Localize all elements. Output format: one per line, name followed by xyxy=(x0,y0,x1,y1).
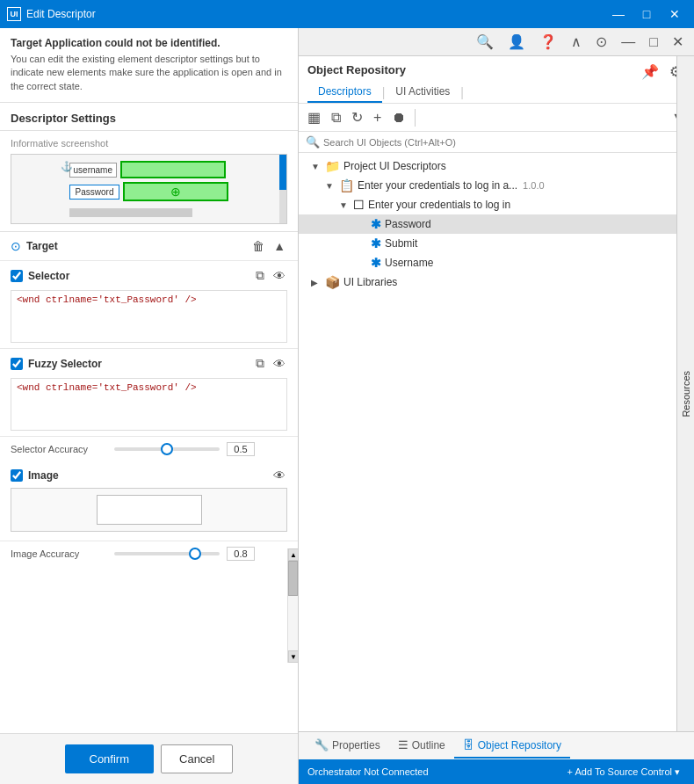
image-eye-button[interactable]: 👁 xyxy=(271,467,287,484)
selector-code[interactable]: <wnd ctrlname='txt_Password' /> xyxy=(11,290,287,343)
target-up-button[interactable]: ▲ xyxy=(271,237,287,255)
target-label: Target xyxy=(26,240,58,252)
anchor-icon: ⚓ xyxy=(61,161,73,172)
target-section: ⊙ Target 🗑 ▲ xyxy=(0,232,298,261)
maximize-app-button[interactable]: □ xyxy=(646,33,661,52)
selector-checkbox[interactable] xyxy=(11,270,23,282)
confirm-button[interactable]: Confirm xyxy=(65,744,155,773)
target-delete-button[interactable]: 🗑 xyxy=(250,237,266,255)
tree-item-credentials-full[interactable]: ▼ ☐ Enter your credentials to log in xyxy=(299,195,694,214)
image-accuracy-label: Image Accuracy xyxy=(11,548,107,559)
selector-copy-button[interactable]: ⧉ xyxy=(254,266,266,285)
selector-label: Selector xyxy=(28,270,69,282)
up-toolbar-button[interactable]: ∧ xyxy=(567,32,585,52)
password-tree-label: Password xyxy=(385,218,431,230)
target-title-row: ⊙ Target xyxy=(11,239,58,253)
fuzzy-eye-button[interactable]: 👁 xyxy=(271,355,287,373)
tree-item-password[interactable]: ▶ ✱ Password xyxy=(299,214,694,234)
bottom-buttons: Confirm Cancel xyxy=(0,733,298,784)
tree-area[interactable]: ▼ 📁 Project UI Descriptors ⬇ ▼ 📋 Enter y… xyxy=(299,153,694,731)
fuzzy-code-text: <wnd ctrlname='txt_Password' /> xyxy=(17,382,197,393)
obj-repo-tab-icon: 🗄 xyxy=(463,738,474,751)
search-toolbar-button[interactable]: 🔍 xyxy=(473,32,497,52)
tree-item-username[interactable]: ▶ ✱ Username xyxy=(299,253,694,272)
tab-properties[interactable]: 🔧 Properties xyxy=(306,733,389,759)
outline-icon: ☰ xyxy=(398,738,408,751)
scroll-up-arrow[interactable]: ▲ xyxy=(288,548,298,561)
resources-sidebar-tab[interactable]: Resources xyxy=(676,56,694,731)
tree-toggle-libraries[interactable]: ▶ xyxy=(311,278,325,287)
library-icon: 📦 xyxy=(325,275,340,289)
image-accuracy-slider[interactable] xyxy=(114,552,220,555)
credentials-version-label: Enter your credentials to log in a... xyxy=(358,179,517,192)
main-layout: Target Application could not be identifi… xyxy=(0,28,694,784)
obj-repo-tabs: Descriptors | UI Activities | xyxy=(307,82,685,103)
tree-toggle-credentials[interactable]: ▼ xyxy=(325,181,339,191)
left-panel-scrollbar[interactable]: ▲ ▼ xyxy=(287,548,298,663)
search-input[interactable] xyxy=(323,137,687,148)
window-controls: — □ ✕ xyxy=(606,5,687,23)
selector-actions: ⧉ 👁 xyxy=(254,266,287,285)
obj-repo-pin-button[interactable]: 📌 xyxy=(638,62,662,82)
tree-item-ui-libraries[interactable]: ▶ 📦 UI Libraries xyxy=(299,272,694,292)
fuzzy-selector-checkbox[interactable] xyxy=(11,358,23,370)
maximize-button[interactable]: □ xyxy=(634,5,659,23)
tree-item-project-descriptors[interactable]: ▼ 📁 Project UI Descriptors ⬇ xyxy=(299,156,694,176)
help-toolbar-button[interactable]: ❓ xyxy=(536,32,560,52)
tab-object-repository[interactable]: 🗄 Object Repository xyxy=(454,733,570,759)
close-button[interactable]: ✕ xyxy=(662,5,687,23)
bottom-tabs: 🔧 Properties ☰ Outline 🗄 Object Reposito… xyxy=(299,731,694,759)
close-app-button[interactable]: ✕ xyxy=(669,32,687,52)
settings-inner: ⊙ Target 🗑 ▲ Selector xyxy=(0,232,298,566)
status-text: Orchestrator Not Connected xyxy=(307,766,562,777)
fuzzy-code[interactable]: <wnd ctrlname='txt_Password' /> xyxy=(11,378,287,431)
selector-accuracy-value: 0.5 xyxy=(227,442,255,456)
repo-add-button[interactable]: + xyxy=(370,108,385,127)
username-input-mock xyxy=(120,161,226,178)
selector-accuracy-slider[interactable] xyxy=(114,447,220,451)
ui-libraries-label: UI Libraries xyxy=(343,276,397,288)
image-accuracy-value: 0.8 xyxy=(227,547,255,561)
properties-icon: 🔧 xyxy=(314,738,329,751)
tab-ui-activities[interactable]: UI Activities xyxy=(385,82,460,103)
warning-text: You can edit the existing element descri… xyxy=(11,53,287,93)
image-preview xyxy=(11,488,287,532)
target-radio-icon: ⊙ xyxy=(11,239,21,253)
settings-scroll-area[interactable]: ⊙ Target 🗑 ▲ Selector xyxy=(0,232,298,733)
search-icon: 🔍 xyxy=(306,135,320,149)
credentials-full-label: Enter your credentials to log in xyxy=(368,199,510,211)
descriptor-settings-title: Descriptor Settings xyxy=(11,112,116,125)
project-descriptors-label: Project UI Descriptors xyxy=(343,160,446,172)
repo-copy-button[interactable]: ⧉ xyxy=(328,108,344,127)
selector-code-text: <wnd ctrlname='txt_Password' /> xyxy=(17,294,197,305)
scroll-thumb xyxy=(288,561,298,596)
account-toolbar-button[interactable]: ⊙ xyxy=(592,32,611,52)
image-accuracy-row: Image Accuracy 0.8 xyxy=(0,541,298,566)
tab-outline[interactable]: ☰ Outline xyxy=(389,733,454,759)
tab-descriptors[interactable]: Descriptors xyxy=(307,82,382,103)
cancel-button[interactable]: Cancel xyxy=(161,744,233,773)
password-label-mock: Password xyxy=(69,185,120,200)
obj-repo-header: Object Repository 📌 ⚙ Descriptors | UI A… xyxy=(299,56,694,104)
tree-toggle-credentials-full[interactable]: ▼ xyxy=(339,200,353,210)
minimize-button[interactable]: — xyxy=(606,5,631,23)
minimize-app-button[interactable]: — xyxy=(618,33,639,52)
screenshot-preview: ⚓ username Password ⊕ xyxy=(11,154,287,224)
add-to-source-control-button[interactable]: + Add To Source Control ▾ xyxy=(562,765,685,780)
properties-tab-label: Properties xyxy=(332,739,380,751)
fuzzy-copy-button[interactable]: ⧉ xyxy=(254,354,266,373)
tree-item-submit[interactable]: ▶ ✱ Submit xyxy=(299,234,694,253)
left-panel: Target Application could not be identifi… xyxy=(0,28,299,784)
tree-item-credentials-version[interactable]: ▼ 📋 Enter your credentials to log in a..… xyxy=(299,176,694,195)
scroll-down-arrow[interactable]: ▼ xyxy=(288,650,298,663)
repo-refresh-button[interactable]: ↻ xyxy=(348,107,366,127)
tree-toggle-project[interactable]: ▼ xyxy=(311,162,325,171)
selector-eye-button[interactable]: 👁 xyxy=(271,267,287,285)
repo-record-button[interactable]: ⏺ xyxy=(388,108,409,127)
selector-accuracy-label: Selector Accuracy xyxy=(11,444,107,454)
person-toolbar-button[interactable]: 👤 xyxy=(504,32,529,52)
repo-toolbar: ▦ ⧉ ↻ + ⏺ ▼ xyxy=(299,104,694,132)
image-checkbox[interactable] xyxy=(11,469,23,482)
repo-grid-button[interactable]: ▦ xyxy=(304,107,324,127)
selector-title-row: Selector xyxy=(11,270,69,282)
